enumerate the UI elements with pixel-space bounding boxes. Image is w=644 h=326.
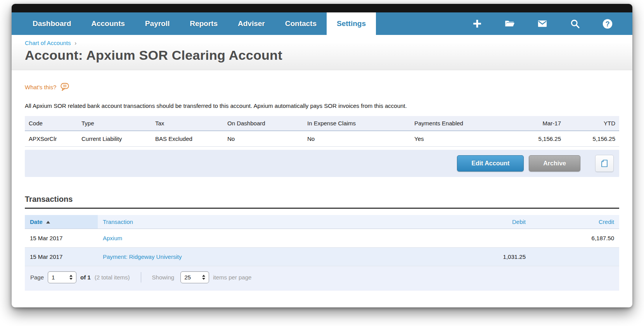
transactions-header-row: Date Transaction Debit Credit: [25, 215, 619, 229]
account-action-bar: Edit Account Archive: [25, 150, 619, 177]
nav-tab-payroll[interactable]: Payroll: [135, 12, 180, 35]
pagination-bar: Page 1 of 1 (2 total items) Showing 25 i…: [25, 266, 619, 291]
pagination-divider: [141, 272, 141, 283]
screenshot-stage: Dashboard Accounts Payroll Reports Advis…: [0, 0, 644, 326]
window-chrome-strip: [12, 4, 632, 12]
copy-account-button[interactable]: [595, 155, 614, 172]
account-payments-enabled: Yes: [410, 131, 504, 147]
account-tax: BAS Excluded: [151, 131, 223, 147]
summary-col-on-dashboard: On Dashboard: [223, 116, 303, 131]
showing-label: Showing: [152, 274, 175, 281]
transaction-link-ridgeway[interactable]: Payment: Ridgeway University: [103, 253, 182, 260]
whats-this-label: What's this?: [25, 84, 56, 90]
transactions-col-debit[interactable]: Debit: [453, 215, 531, 229]
summary-col-mar-17: Mar-17: [504, 116, 565, 131]
account-code: APXSorClr: [25, 131, 78, 147]
transactions-heading: Transactions: [25, 195, 619, 209]
account-description: All Apxium SOR related bank account tran…: [25, 102, 619, 109]
transaction-row: 15 Mar 2017 Apxium 6,187.50: [25, 229, 619, 248]
spinner-arrows-icon: [69, 275, 73, 280]
page-title: Account: Apxium SOR Clearing Account: [25, 48, 619, 63]
account-ytd-balance: 5,156.25: [565, 131, 619, 147]
transactions-col-date[interactable]: Date: [25, 215, 98, 229]
nav-tab-contacts[interactable]: Contacts: [275, 12, 327, 35]
account-summary-table: Code Type Tax On Dashboard In Expense Cl…: [25, 116, 619, 147]
summary-data-row: APXSorClr Current Liability BAS Excluded…: [25, 131, 619, 147]
summary-col-code: Code: [25, 116, 78, 131]
speech-bubble-icon: [60, 82, 70, 92]
page-of-label: of 1: [80, 274, 91, 281]
nav-tab-settings[interactable]: Settings: [327, 12, 376, 42]
nav-tab-adviser[interactable]: Adviser: [228, 12, 275, 35]
folder-icon[interactable]: [504, 18, 515, 29]
items-per-page-stepper[interactable]: 25: [180, 271, 209, 283]
transactions-col-credit[interactable]: Credit: [531, 215, 619, 229]
archive-button[interactable]: Archive: [529, 155, 580, 172]
page-number-value: 1: [52, 274, 55, 281]
whats-this-link[interactable]: What's this?: [25, 82, 70, 92]
sort-asc-icon: [46, 221, 50, 224]
summary-col-ytd: YTD: [565, 116, 619, 131]
help-icon[interactable]: ?: [602, 18, 613, 29]
transaction-credit: 6,187.50: [531, 229, 619, 248]
transaction-row: 15 Mar 2017 Payment: Ridgeway University…: [25, 248, 619, 266]
account-type: Current Liability: [78, 131, 151, 147]
page-content: What's this? All Apxium SOR related bank…: [12, 82, 632, 291]
summary-col-in-expense-claims: In Expense Claims: [303, 116, 410, 131]
items-per-page-label: items per page: [213, 274, 251, 281]
account-mar-17-balance: 5,156.25: [504, 131, 565, 147]
plus-icon[interactable]: [472, 18, 483, 29]
transaction-link-apxium[interactable]: Apxium: [103, 235, 122, 241]
transaction-debit: 1,031.25: [453, 248, 531, 266]
document-icon: [600, 159, 609, 168]
summary-col-payments-enabled: Payments Enabled: [410, 116, 504, 131]
items-per-page-value: 25: [184, 274, 191, 281]
svg-text:?: ?: [605, 20, 609, 28]
summary-col-type: Type: [78, 116, 151, 131]
nav-tabs: Dashboard Accounts Payroll Reports Advis…: [23, 12, 376, 42]
account-in-expense-claims: No: [303, 131, 410, 147]
nav-tab-dashboard[interactable]: Dashboard: [23, 12, 81, 35]
transaction-date: 15 Mar 2017: [25, 248, 98, 266]
account-on-dashboard: No: [223, 131, 303, 147]
edit-account-button[interactable]: Edit Account: [457, 155, 524, 172]
nav-tab-reports[interactable]: Reports: [180, 12, 228, 35]
summary-header-row: Code Type Tax On Dashboard In Expense Cl…: [25, 116, 619, 131]
spinner-arrows-icon: [202, 275, 205, 280]
mail-icon[interactable]: [537, 18, 548, 29]
nav-icon-group: ?: [472, 12, 632, 35]
nav-tab-accounts[interactable]: Accounts: [81, 12, 135, 35]
page-number-stepper[interactable]: 1: [48, 271, 76, 283]
search-icon[interactable]: [570, 18, 580, 29]
browser-window: Dashboard Accounts Payroll Reports Advis…: [12, 4, 632, 307]
transaction-debit: [453, 229, 531, 248]
total-items-label: (2 total items): [95, 274, 130, 281]
transaction-date: 15 Mar 2017: [25, 229, 98, 248]
page-label: Page: [30, 274, 44, 281]
transactions-table: Date Transaction Debit Credit 15 Mar 201…: [25, 215, 619, 266]
transactions-col-transaction[interactable]: Transaction: [98, 215, 453, 229]
summary-col-tax: Tax: [151, 116, 223, 131]
main-navbar: Dashboard Accounts Payroll Reports Advis…: [12, 12, 632, 35]
transaction-credit: [531, 248, 619, 266]
